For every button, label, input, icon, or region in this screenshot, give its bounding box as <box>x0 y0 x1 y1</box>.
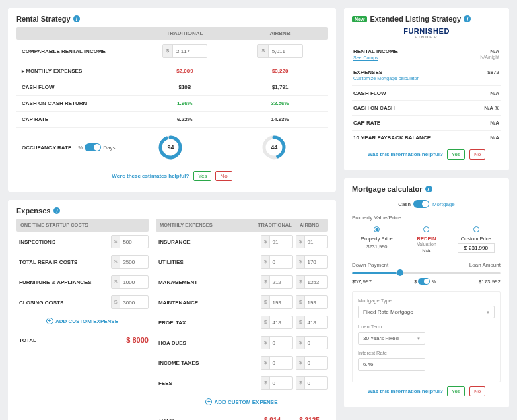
loan-amount-label: Loan Amount <box>469 262 501 268</box>
hoa-airbnb-input[interactable]: $ <box>296 336 328 349</box>
inspections-label: INSPECTIONS <box>16 239 111 245</box>
yes-button[interactable]: Yes <box>193 171 211 181</box>
insurance-label: INSURANCE <box>156 239 261 245</box>
yes-button[interactable]: Yes <box>447 149 465 160</box>
closing-label: CLOSING COSTS <box>16 300 111 306</box>
income-label: COMPARABLE RENTAL INCOME <box>16 44 137 59</box>
airbnb-income-input[interactable]: $ <box>257 44 302 58</box>
trad-cap-val: 6.22% <box>137 112 232 127</box>
custom-price-input[interactable] <box>458 243 495 253</box>
maintenance-airbnb-input[interactable]: $ <box>296 295 328 309</box>
no-button[interactable]: No <box>469 386 485 396</box>
see-comps-link[interactable]: See Comps <box>353 55 378 60</box>
ext-cashflow-label: CASH FLOW <box>353 90 386 96</box>
airbnb-coc-val: 32.56% <box>232 96 328 111</box>
property-value-label: Property Value/Price <box>352 215 501 221</box>
trad-monthly-val: $2,009 <box>137 63 232 79</box>
maintenance-trad-input[interactable]: $ <box>261 295 293 309</box>
trad-cashflow-val: $108 <box>137 79 232 95</box>
hoa-trad-input[interactable]: $ <box>261 336 293 349</box>
down-payment-label: Down Payment <box>352 262 388 268</box>
no-button[interactable]: No <box>215 171 232 181</box>
cap-label: CAP RATE <box>16 112 137 127</box>
monthly-expenses-label[interactable]: ▸ MONTHLY EXPENSES <box>16 63 137 79</box>
expenses-card: Expenses i ONE TIME STARTUP COSTS INSPEC… <box>8 200 336 420</box>
furniture-input[interactable]: $ <box>111 275 149 289</box>
dp-unit-toggle[interactable]: $% <box>414 278 436 285</box>
mortgage-type-select[interactable]: Fixed Rate Mortgage▼ <box>358 306 495 318</box>
custom-price-option[interactable]: Custom Price <box>451 226 501 254</box>
interest-rate-input[interactable]: 6.46 <box>358 358 425 371</box>
furniture-label: FURNITURE & APPLIANCES <box>16 279 111 285</box>
strategy-column-header: TRADITIONAL AIRBNB <box>16 27 328 40</box>
property-price-option[interactable]: Property Price$231,990 <box>352 226 402 254</box>
monthly-total-airbnb: $ 2125 <box>291 417 328 420</box>
add-monthly-expense-button[interactable]: +ADD CUSTOM EXPENSE <box>156 393 328 411</box>
trad-coc-val: 1.96% <box>137 96 232 111</box>
mortgage-calculator-card: Mortgage calculator i CashMortgage Prope… <box>344 178 509 407</box>
monthly-total-label: TOTAL <box>156 417 254 420</box>
info-icon[interactable]: i <box>73 15 80 22</box>
cash-mortgage-toggle[interactable]: CashMortgage <box>352 197 501 211</box>
ext-income-label: RENTAL INCOME <box>353 48 398 55</box>
repair-input[interactable]: $ <box>111 255 149 269</box>
loan-term-label: Loan Term <box>358 324 495 330</box>
proptax-label: PROP. TAX <box>156 320 261 326</box>
chevron-down-icon: ▼ <box>417 337 421 341</box>
loan-amount-value: $173,992 <box>479 279 501 285</box>
proptax-airbnb-input[interactable]: $ <box>296 316 328 329</box>
interest-rate-label: Interest Rate <box>358 350 495 356</box>
startup-total-label: TOTAL <box>16 337 126 343</box>
fees-trad-input[interactable]: $ <box>261 376 293 390</box>
extended-title: New Extended Listing Strategy i <box>352 15 501 23</box>
furnished-finder-logo: FURNISHEDFINDER <box>352 27 501 39</box>
closing-input[interactable]: $ <box>111 295 149 309</box>
monthly-total-trad: $ 914 <box>254 417 291 420</box>
add-startup-expense-button[interactable]: +ADD CUSTOM EXPENSE <box>16 312 149 330</box>
startup-total-val: $ 8000 <box>126 336 149 344</box>
yes-button[interactable]: Yes <box>447 386 465 396</box>
inspections-input[interactable]: $ <box>111 235 149 248</box>
trad-income-input[interactable]: $ <box>162 44 207 58</box>
down-payment-value: $57,997 <box>352 279 372 285</box>
maintenance-label: MAINTENANCE <box>156 300 261 306</box>
incometax-airbnb-input[interactable]: $ <box>296 356 328 370</box>
fees-airbnb-input[interactable]: $ <box>296 376 328 390</box>
proptax-trad-input[interactable]: $ <box>261 316 293 329</box>
coc-label: CASH ON CASH RETURN <box>16 96 137 111</box>
cashflow-label: CASH FLOW <box>16 79 137 95</box>
occupancy-toggle[interactable]: %Days <box>78 143 115 151</box>
utilities-trad-input[interactable]: $ <box>261 255 293 269</box>
info-icon[interactable]: i <box>425 186 432 193</box>
info-icon[interactable]: i <box>53 207 60 214</box>
helpful-info-text: Was this information helpful? <box>368 151 443 158</box>
management-trad-input[interactable]: $ <box>261 275 293 289</box>
ext-coc-label: CASH ON CASH <box>353 105 395 111</box>
management-airbnb-input[interactable]: $ <box>296 275 328 289</box>
ext-payback-label: 10 YEAR PAYBACK BALANCE <box>353 135 431 141</box>
insurance-airbnb-input[interactable]: $ <box>296 235 328 248</box>
repair-label: TOTAL REPAIR COSTS <box>16 259 111 265</box>
no-button[interactable]: No <box>469 149 485 160</box>
redfin-option[interactable]: REDFINValuationN/A <box>402 226 452 254</box>
expenses-title: Expenses i <box>16 207 328 215</box>
helpful-estimates-text: Were these estimates helpful? <box>112 173 189 179</box>
customize-link[interactable]: Customize <box>353 76 376 81</box>
ext-expenses-label: EXPENSES <box>353 69 419 75</box>
down-payment-slider[interactable] <box>352 272 501 274</box>
mortgage-calc-link[interactable]: Mortgage calculator <box>377 76 418 81</box>
airbnb-cap-val: 14.93% <box>232 112 328 127</box>
hoa-label: HOA DUES <box>156 340 261 346</box>
utilities-airbnb-input[interactable]: $ <box>296 255 328 269</box>
helpful-info-text: Was this information helpful? <box>368 388 443 394</box>
mortgage-type-label: Mortgage Type <box>358 298 495 304</box>
chevron-down-icon: ▼ <box>486 310 490 314</box>
utilities-label: UTILITIES <box>156 259 261 265</box>
rental-strategy-card: Rental Strategy i TRADITIONAL AIRBNB COM… <box>8 8 336 192</box>
loan-term-select[interactable]: 30 Years Fixed▼ <box>358 332 425 345</box>
insurance-trad-input[interactable]: $ <box>261 235 293 248</box>
incometax-trad-input[interactable]: $ <box>261 356 293 370</box>
info-icon[interactable]: i <box>464 15 471 22</box>
incometax-label: INCOME TAXES <box>156 360 261 366</box>
airbnb-monthly-val: $3,220 <box>232 63 328 79</box>
